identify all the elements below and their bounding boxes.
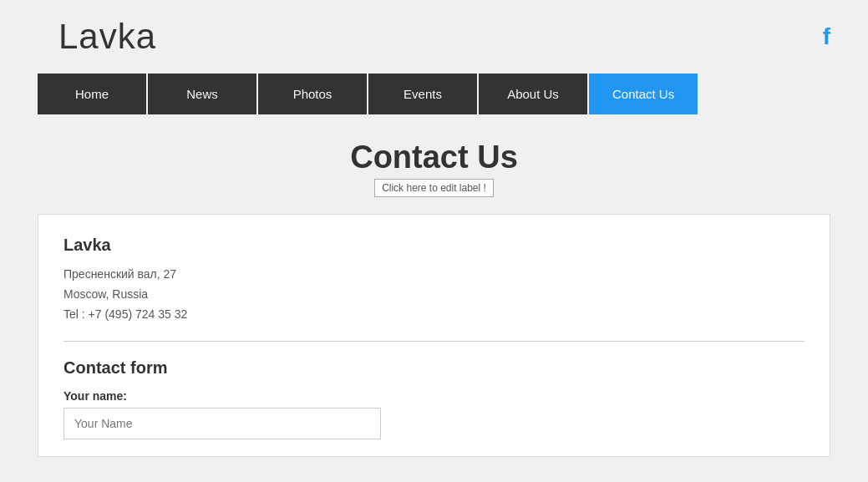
header: Lavka f: [0, 0, 868, 74]
nav-item-contact[interactable]: Contact Us: [589, 74, 698, 114]
nav-item-news[interactable]: News: [148, 74, 256, 114]
site-title: Lavka: [58, 17, 156, 57]
edit-label-button[interactable]: Click here to edit label !: [374, 179, 494, 197]
nav-item-about[interactable]: About Us: [479, 74, 587, 114]
info-address-line2: Moscow, Russia: [63, 285, 805, 305]
info-card: Lavka Пресненский вал, 27 Moscow, Russia…: [38, 214, 830, 457]
nav-item-home[interactable]: Home: [38, 74, 146, 114]
name-label: Your name:: [63, 389, 805, 403]
page-heading: Contact Us: [38, 140, 830, 175]
info-name: Lavka: [63, 236, 805, 255]
nav-item-events[interactable]: Events: [368, 74, 477, 114]
navbar: Home News Photos Events About Us Contact…: [0, 74, 868, 114]
info-phone: Tel : +7 (495) 724 35 32: [63, 305, 805, 325]
info-address-line1: Пресненский вал, 27: [63, 265, 805, 285]
facebook-icon[interactable]: f: [823, 23, 830, 50]
nav-item-photos[interactable]: Photos: [258, 74, 367, 114]
main-content: Contact Us Click here to edit label ! La…: [0, 114, 868, 482]
name-input[interactable]: [63, 408, 381, 439]
contact-form-title: Contact form: [63, 358, 805, 378]
divider: [63, 341, 805, 342]
